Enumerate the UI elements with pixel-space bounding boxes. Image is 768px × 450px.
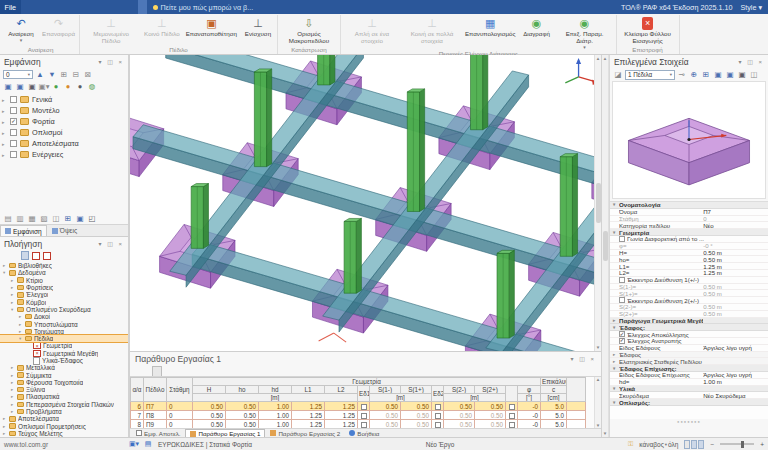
expander-icon[interactable]: ▸ (19, 329, 23, 334)
nav-tab[interactable] (21, 251, 29, 260)
expander-icon[interactable]: ▸ (11, 300, 15, 305)
quick-toolbar-icon[interactable] (722, 426, 731, 435)
zoom-fit-icon[interactable]: ⊞ (701, 70, 711, 80)
view-solid-icon[interactable]: ▣ (27, 81, 37, 91)
view-front-icon[interactable]: ▣ (737, 70, 747, 80)
view-wire-icon[interactable]: ▣ (15, 81, 25, 91)
tool-icon[interactable]: ⊞ (63, 214, 73, 224)
tool-icon[interactable]: ◫ (51, 214, 61, 224)
nav-tree-item[interactable]: ▸ Κτίριο (0, 277, 128, 284)
viewport-scrollbar[interactable]: ▲▼ (594, 55, 601, 351)
checkbox[interactable] (619, 277, 625, 283)
expander-icon[interactable]: ▸ (11, 402, 15, 407)
checkbox[interactable] (361, 404, 367, 410)
zoom-slider-thumb[interactable] (741, 441, 744, 448)
display-tree-item[interactable]: ▸ Φορτία (2, 116, 128, 127)
nav-tree-item[interactable]: ▸ Κόμβοι (0, 298, 128, 305)
ribbon-button[interactable]: ⇩ Ορισμός Μακροπεδίλου (279, 15, 339, 45)
panel-controls[interactable]: ▾ ◫ × (98, 240, 124, 247)
nav-tree-item[interactable]: ▸ Ξύλινα (0, 386, 128, 393)
checkbox[interactable] (361, 422, 367, 428)
nav-filter2-icon[interactable] (43, 252, 51, 260)
checkbox[interactable] (619, 236, 625, 242)
menu-tab[interactable] (57, 0, 66, 14)
zoom-window-icon[interactable]: ⊞ (59, 69, 69, 79)
expander-icon[interactable]: ▸ (2, 130, 7, 136)
checkbox[interactable] (619, 338, 625, 344)
menu-tab[interactable] (39, 0, 48, 14)
level-down-icon[interactable]: ▼ (47, 69, 57, 79)
expander-icon[interactable]: ▸ (11, 365, 15, 370)
expander-icon[interactable]: ▸ (19, 314, 23, 319)
quick-toolbar-icon[interactable] (634, 426, 643, 435)
view-toggle-button[interactable] (691, 440, 697, 449)
pointer-icon[interactable]: ◪ (613, 70, 623, 80)
element-3d-preview[interactable] (612, 81, 766, 199)
panel-tab[interactable]: Όψεις (48, 225, 81, 236)
level-up-icon[interactable]: ▲ (35, 69, 45, 79)
nav-tree-item[interactable]: ▸ Προβλήματα (0, 408, 128, 415)
checkbox[interactable] (361, 413, 367, 419)
ribbon-button[interactable]: ◉ Διαγραφή (519, 15, 555, 49)
ribbon-button[interactable]: ⊥ Ενίσχυση (240, 15, 276, 45)
3d-viewport[interactable]: ▲▼ (130, 55, 601, 352)
nav-tree-item[interactable]: ▸ Έλεγχοι (0, 291, 128, 298)
nav-filter-icon[interactable] (32, 252, 40, 260)
expander-icon[interactable]: ▾ (19, 336, 23, 341)
checkbox[interactable] (10, 129, 17, 136)
checkbox[interactable] (509, 404, 515, 410)
table-scrollbar[interactable]: ▲▼ (594, 377, 601, 428)
menu-tab[interactable] (93, 0, 102, 14)
nav-tree-item[interactable]: ▸ Βιβλιοθήκες (0, 262, 128, 269)
menu-tab[interactable] (102, 0, 111, 14)
table-row[interactable]: 6 Π7 0 0.50 0.50 1.00 1.25 1.25 0.50 0. (131, 402, 586, 411)
ribbon-button[interactable]: ▦ Επανυπολογισμός (462, 15, 519, 49)
nav-tab[interactable] (12, 251, 20, 260)
checkbox[interactable] (509, 413, 515, 419)
nav-tree-item[interactable]: ▸ Τεύχος Μελέτης (0, 430, 128, 437)
expander-icon[interactable]: ▸ (2, 108, 7, 114)
work-tab[interactable] (152, 366, 162, 376)
ribbon-button[interactable]: ⊥ Κοινή σε πολλά στοιχεία (402, 15, 462, 49)
quick-toolbar-icon[interactable] (711, 426, 720, 435)
checkbox[interactable] (10, 107, 17, 114)
view-mode-icon[interactable]: ▣▾ (39, 81, 49, 91)
lock-icon[interactable]: ⚿ (628, 440, 633, 448)
panel-controls[interactable]: ▾ ◫ × (98, 58, 124, 65)
nav-tab[interactable] (3, 251, 11, 260)
quick-toolbar-icon[interactable] (689, 426, 698, 435)
expander-icon[interactable]: ▸ (19, 322, 23, 327)
checkbox[interactable] (435, 404, 441, 410)
display-tree-item[interactable]: ▸ Οπλισμοί (2, 127, 128, 138)
ribbon-button[interactable]: × Κλείσιμο Φύλλου Εισαγωγής (618, 15, 678, 45)
expander-icon[interactable]: ▸ (3, 431, 7, 436)
nav-tree-item[interactable]: ▸ Σύμμικτα (0, 371, 128, 378)
nav-tree-item[interactable]: Γεωμετρικά Μεγέθη (0, 350, 128, 357)
menu-tab[interactable] (138, 0, 147, 14)
checkbox[interactable] (619, 297, 625, 303)
codes-icon[interactable]: ▤ (144, 440, 152, 448)
zoom-selection-icon[interactable]: ⊠ (83, 69, 93, 79)
checkbox[interactable] (10, 140, 17, 147)
view-cube-icon[interactable]: ▣ (3, 81, 13, 91)
quick-toolbar-icon[interactable] (645, 426, 654, 435)
quick-toolbar-icon[interactable] (744, 426, 753, 435)
expander-icon[interactable]: ▸ (11, 278, 15, 283)
nav-tree-item[interactable]: ▾ Δεδομένα (0, 269, 128, 276)
tool-icon[interactable]: ▣ (75, 214, 85, 224)
nav-tree-item[interactable]: ▸ Πεπερασμένα Στοιχεία Πλακών (0, 401, 128, 408)
menu-tab[interactable] (21, 0, 30, 14)
bottom-tab[interactable]: Παράθυρο Εργασίας 1 (185, 429, 265, 437)
nav-tree-item[interactable]: Γεωμετρία (0, 342, 128, 349)
work-tab[interactable] (143, 366, 151, 376)
expander-icon[interactable]: ▸ (2, 141, 7, 147)
view-iso-icon[interactable]: ▣ (713, 70, 723, 80)
table-row[interactable]: 7 Π8 0 0.50 0.50 1.00 1.25 1.25 0.50 0. (131, 411, 586, 420)
grid-select[interactable]: κάναβος▾ όλη (639, 441, 678, 448)
quick-toolbar-icon[interactable] (700, 426, 709, 435)
expander-icon[interactable]: ▸ (11, 373, 15, 378)
tool-icon[interactable]: ▧ (39, 214, 49, 224)
tab-file[interactable]: File (0, 0, 21, 14)
panel-tab[interactable]: Εμφάνιση (0, 225, 47, 236)
expander-icon[interactable]: ▸ (3, 416, 7, 421)
